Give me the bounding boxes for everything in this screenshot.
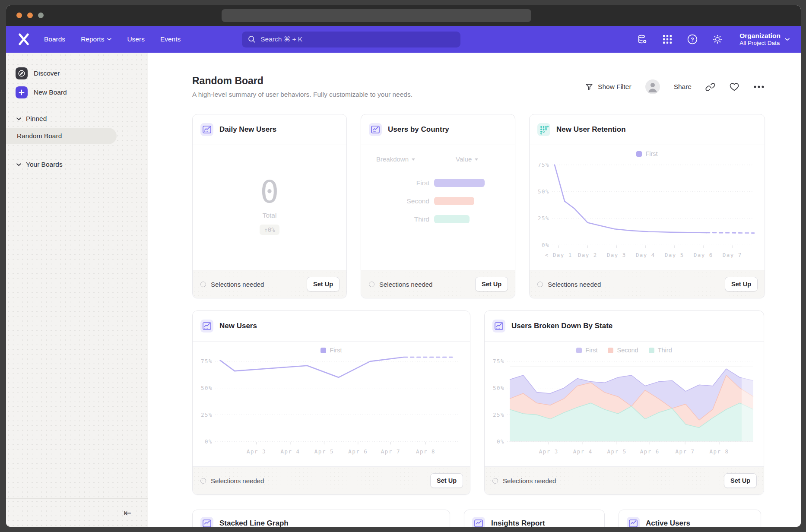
more-options-button[interactable] (753, 85, 765, 89)
sidebar-item-label: Discover (34, 70, 60, 77)
sidebar-item-discover[interactable]: Discover (16, 66, 148, 81)
svg-text:Apr 8: Apr 8 (416, 448, 435, 455)
state-stacked-area-chart: 75%50%25%0%Apr 3Apr 4Apr 5Apr 6Apr 7Apr … (485, 342, 764, 466)
status-circle-icon (200, 282, 206, 287)
svg-text:50%: 50% (538, 188, 549, 195)
nav-link-label: Events (160, 35, 181, 43)
dropdown-label: Breakdown (376, 155, 409, 163)
search-input[interactable]: Search ⌘ + K (242, 32, 460, 48)
help-icon[interactable]: ? (687, 34, 698, 45)
value-dropdown[interactable]: Value (456, 155, 478, 163)
plus-icon (16, 86, 28, 98)
apps-grid-icon[interactable] (662, 34, 673, 45)
avatar[interactable] (645, 79, 660, 94)
nav-link-boards[interactable]: Boards (44, 35, 65, 43)
chart-legend: First Second Third (485, 347, 764, 354)
svg-text:Apr 4: Apr 4 (573, 448, 593, 455)
card-users-by-state: Users Broken Down By State First Second … (484, 310, 764, 495)
sidebar-section-your-boards[interactable]: Your Boards (16, 161, 148, 168)
card-stacked-line-graph: Stacked Line Graph (192, 510, 450, 527)
window-titlebar (6, 5, 801, 26)
line-chart-icon (200, 517, 213, 527)
svg-text:Day 6: Day 6 (694, 252, 713, 258)
compass-icon (16, 67, 28, 79)
legend-swatch (576, 348, 582, 353)
filter-funnel-icon (585, 82, 593, 91)
sidebar: Discover New Board Pinned Random Board Y… (6, 53, 148, 527)
settings-gear-icon[interactable] (712, 34, 723, 45)
mixpanel-logo-icon[interactable] (17, 33, 32, 45)
legend-swatch (649, 348, 654, 353)
org-project: All Project Data (739, 40, 781, 47)
sidebar-item-random-board[interactable]: Random Board (6, 128, 117, 144)
board-actions: Show Filter Share (585, 79, 765, 94)
chevron-down-icon (16, 117, 21, 120)
set-up-button[interactable]: Set Up (475, 277, 508, 291)
svg-text:50%: 50% (201, 385, 213, 391)
svg-text:Apr 6: Apr 6 (348, 448, 368, 455)
nav-link-label: Users (127, 35, 144, 43)
set-up-button[interactable]: Set Up (725, 277, 758, 291)
card-title: New User Retention (556, 125, 626, 134)
legend-label: Third (658, 347, 672, 354)
svg-text:Apr 3: Apr 3 (539, 448, 558, 455)
set-up-button[interactable]: Set Up (724, 473, 757, 488)
svg-text:75%: 75% (493, 358, 505, 364)
svg-text:Day 7: Day 7 (723, 252, 742, 258)
sidebar-item-new-board[interactable]: New Board (16, 85, 148, 100)
nav-link-reports[interactable]: Reports (81, 35, 111, 43)
set-up-button[interactable]: Set Up (430, 473, 463, 488)
set-up-button[interactable]: Set Up (307, 277, 340, 291)
svg-text:Day 4: Day 4 (636, 252, 655, 258)
svg-text:Day 2: Day 2 (578, 252, 597, 258)
app-window: Boards Reports Users Events Search ⌘ + K (6, 5, 801, 527)
breakdown-dropdown[interactable]: Breakdown (376, 155, 415, 163)
status-text: Selections needed (211, 281, 264, 288)
org-name: Organization (739, 32, 781, 40)
status-text: Selections needed (503, 477, 556, 484)
nav-link-users[interactable]: Users (127, 35, 144, 43)
svg-text:0%: 0% (497, 438, 505, 445)
svg-text:25%: 25% (201, 412, 213, 418)
window-zoom-button[interactable] (38, 13, 44, 18)
svg-text:Apr 5: Apr 5 (314, 448, 334, 455)
card-new-users: New Users First 75%50%25%0%Apr 3Apr 4Apr… (192, 310, 470, 495)
browser-address-bar[interactable] (222, 9, 531, 22)
svg-text:0%: 0% (205, 438, 213, 445)
nav-link-events[interactable]: Events (160, 35, 181, 43)
chevron-down-icon (785, 38, 790, 41)
bar-label: Second (361, 197, 429, 205)
org-switcher[interactable]: Organization All Project Data (739, 32, 790, 47)
line-chart-icon (369, 123, 382, 136)
svg-text:Day 3: Day 3 (607, 252, 626, 258)
status-circle-icon (369, 282, 374, 287)
collapse-sidebar-button[interactable]: ⇤ (124, 508, 131, 517)
svg-text:75%: 75% (201, 358, 213, 364)
card-new-user-retention: New User Retention First 75%50%25%0%< Da… (529, 114, 765, 298)
svg-text:Apr 5: Apr 5 (607, 448, 627, 455)
sidebar-section-pinned[interactable]: Pinned (16, 115, 148, 123)
chevron-down-icon (475, 158, 478, 161)
retention-line-chart: 75%50%25%0%< Day 1Day 2Day 3Day 4Day 5Da… (530, 145, 765, 270)
window-close-button[interactable] (16, 13, 22, 18)
kpi-value: 0 (260, 174, 279, 210)
data-management-icon[interactable] (637, 34, 648, 45)
bar-first (434, 179, 485, 187)
search-placeholder: Search ⌘ + K (260, 35, 302, 43)
card-insights-report: Insights Report (464, 510, 605, 527)
traffic-lights (16, 13, 44, 18)
nav-link-label: Boards (44, 35, 65, 43)
share-button[interactable]: Share (674, 83, 692, 91)
share-label: Share (674, 83, 692, 91)
status-text: Selections needed (548, 281, 601, 288)
window-minimize-button[interactable] (27, 13, 33, 18)
card-title: Insights Report (491, 519, 545, 527)
bar-label: Third (361, 215, 429, 223)
favorite-button[interactable] (729, 82, 739, 92)
chevron-down-icon (412, 158, 415, 161)
status-circle-icon (492, 478, 498, 484)
copy-link-button[interactable] (705, 82, 715, 92)
card-title: Daily New Users (219, 125, 276, 134)
svg-text:Apr 7: Apr 7 (676, 448, 695, 455)
show-filter-button[interactable]: Show Filter (585, 82, 631, 91)
